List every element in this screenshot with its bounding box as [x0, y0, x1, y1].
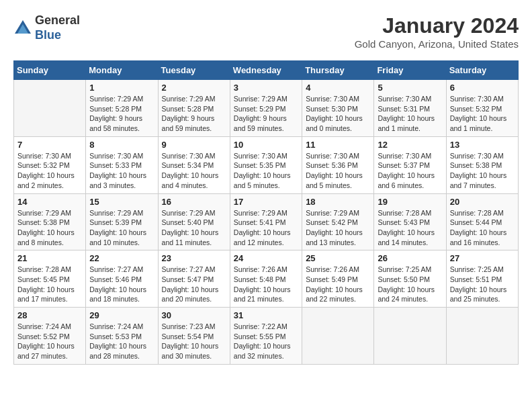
day-number: 25	[306, 253, 370, 263]
header-day-tuesday: Tuesday	[158, 61, 230, 80]
calendar-cell: 2Sunrise: 7:29 AM Sunset: 5:28 PM Daylig…	[158, 80, 230, 137]
calendar-header: SundayMondayTuesdayWednesdayThursdayFrid…	[14, 61, 519, 80]
calendar-cell: 27Sunrise: 7:25 AM Sunset: 5:51 PM Dayli…	[446, 250, 518, 308]
day-number: 16	[162, 197, 226, 207]
day-info: Sunrise: 7:28 AM Sunset: 5:45 PM Dayligh…	[17, 265, 82, 304]
day-number: 2	[162, 83, 226, 93]
calendar-cell: 9Sunrise: 7:30 AM Sunset: 5:34 PM Daylig…	[158, 136, 230, 193]
day-number: 9	[162, 140, 226, 150]
day-number: 8	[89, 140, 154, 150]
day-number: 5	[378, 83, 442, 93]
day-number: 17	[234, 197, 298, 207]
calendar-week-1: 1Sunrise: 7:29 AM Sunset: 5:28 PM Daylig…	[14, 80, 519, 137]
day-info: Sunrise: 7:29 AM Sunset: 5:38 PM Dayligh…	[17, 208, 82, 248]
day-number: 6	[450, 83, 515, 93]
day-info: Sunrise: 7:25 AM Sunset: 5:51 PM Dayligh…	[450, 265, 515, 304]
day-info: Sunrise: 7:26 AM Sunset: 5:48 PM Dayligh…	[234, 265, 298, 304]
header-day-monday: Monday	[86, 61, 158, 80]
calendar-cell: 11Sunrise: 7:30 AM Sunset: 5:36 PM Dayli…	[302, 136, 374, 193]
calendar-cell: 22Sunrise: 7:27 AM Sunset: 5:46 PM Dayli…	[86, 250, 158, 308]
day-info: Sunrise: 7:22 AM Sunset: 5:55 PM Dayligh…	[234, 322, 298, 361]
calendar-cell: 6Sunrise: 7:30 AM Sunset: 5:32 PM Daylig…	[446, 80, 518, 137]
day-number: 14	[17, 197, 82, 207]
day-info: Sunrise: 7:28 AM Sunset: 5:44 PM Dayligh…	[450, 208, 515, 248]
calendar-cell: 18Sunrise: 7:29 AM Sunset: 5:42 PM Dayli…	[302, 193, 374, 250]
calendar-cell: 17Sunrise: 7:29 AM Sunset: 5:41 PM Dayli…	[230, 193, 302, 250]
day-info: Sunrise: 7:27 AM Sunset: 5:46 PM Dayligh…	[89, 265, 154, 304]
calendar-cell: 3Sunrise: 7:29 AM Sunset: 5:29 PM Daylig…	[230, 80, 302, 137]
day-number: 23	[162, 253, 226, 263]
day-number: 19	[378, 197, 442, 207]
day-number: 4	[306, 83, 370, 93]
logo-blue-text: Blue	[35, 28, 61, 42]
calendar-cell: 1Sunrise: 7:29 AM Sunset: 5:28 PM Daylig…	[86, 80, 158, 137]
calendar-table: SundayMondayTuesdayWednesdayThursdayFrid…	[13, 60, 519, 365]
logo-general-text: General	[35, 13, 80, 27]
calendar-cell: 10Sunrise: 7:30 AM Sunset: 5:35 PM Dayli…	[230, 136, 302, 193]
day-number: 26	[378, 253, 442, 263]
calendar-cell	[446, 308, 518, 365]
day-info: Sunrise: 7:26 AM Sunset: 5:49 PM Dayligh…	[306, 265, 370, 304]
day-number: 29	[89, 310, 154, 320]
calendar-cell: 20Sunrise: 7:28 AM Sunset: 5:44 PM Dayli…	[446, 193, 518, 250]
calendar-body: 1Sunrise: 7:29 AM Sunset: 5:28 PM Daylig…	[14, 80, 519, 365]
calendar-cell: 24Sunrise: 7:26 AM Sunset: 5:48 PM Dayli…	[230, 250, 302, 308]
day-info: Sunrise: 7:30 AM Sunset: 5:32 PM Dayligh…	[17, 151, 82, 191]
calendar-cell: 8Sunrise: 7:30 AM Sunset: 5:33 PM Daylig…	[86, 136, 158, 193]
day-info: Sunrise: 7:30 AM Sunset: 5:31 PM Dayligh…	[378, 94, 442, 134]
day-number: 13	[450, 140, 515, 150]
logo-icon	[13, 19, 32, 38]
day-number: 3	[234, 83, 298, 93]
calendar-cell: 15Sunrise: 7:29 AM Sunset: 5:39 PM Dayli…	[86, 193, 158, 250]
day-number: 7	[17, 140, 82, 150]
header-day-friday: Friday	[374, 61, 446, 80]
logo-text: General Blue	[35, 13, 80, 42]
day-info: Sunrise: 7:30 AM Sunset: 5:36 PM Dayligh…	[306, 151, 370, 191]
calendar-cell	[374, 308, 446, 365]
calendar-cell: 26Sunrise: 7:25 AM Sunset: 5:50 PM Dayli…	[374, 250, 446, 308]
calendar-cell: 4Sunrise: 7:30 AM Sunset: 5:30 PM Daylig…	[302, 80, 374, 137]
day-info: Sunrise: 7:29 AM Sunset: 5:28 PM Dayligh…	[162, 94, 226, 134]
calendar-cell: 14Sunrise: 7:29 AM Sunset: 5:38 PM Dayli…	[14, 193, 86, 250]
day-number: 31	[234, 310, 298, 320]
day-number: 10	[234, 140, 298, 150]
day-info: Sunrise: 7:30 AM Sunset: 5:38 PM Dayligh…	[450, 151, 515, 191]
calendar-cell: 7Sunrise: 7:30 AM Sunset: 5:32 PM Daylig…	[14, 136, 86, 193]
day-number: 15	[89, 197, 154, 207]
title-block: January 2024 Gold Canyon, Arizona, Unite…	[355, 13, 519, 50]
day-number: 18	[306, 197, 370, 207]
day-number: 27	[450, 253, 515, 263]
calendar-week-5: 28Sunrise: 7:24 AM Sunset: 5:52 PM Dayli…	[14, 308, 519, 365]
calendar-cell: 19Sunrise: 7:28 AM Sunset: 5:43 PM Dayli…	[374, 193, 446, 250]
calendar-week-2: 7Sunrise: 7:30 AM Sunset: 5:32 PM Daylig…	[14, 136, 519, 193]
calendar-title: January 2024	[355, 13, 519, 38]
day-info: Sunrise: 7:29 AM Sunset: 5:29 PM Dayligh…	[234, 94, 298, 134]
day-info: Sunrise: 7:30 AM Sunset: 5:34 PM Dayligh…	[162, 151, 226, 191]
calendar-cell: 13Sunrise: 7:30 AM Sunset: 5:38 PM Dayli…	[446, 136, 518, 193]
calendar-cell: 25Sunrise: 7:26 AM Sunset: 5:49 PM Dayli…	[302, 250, 374, 308]
header-day-saturday: Saturday	[446, 61, 518, 80]
day-info: Sunrise: 7:25 AM Sunset: 5:50 PM Dayligh…	[378, 265, 442, 304]
day-info: Sunrise: 7:28 AM Sunset: 5:43 PM Dayligh…	[378, 208, 442, 248]
calendar-cell: 29Sunrise: 7:24 AM Sunset: 5:53 PM Dayli…	[86, 308, 158, 365]
calendar-week-3: 14Sunrise: 7:29 AM Sunset: 5:38 PM Dayli…	[14, 193, 519, 250]
calendar-cell	[302, 308, 374, 365]
page-header: General Blue January 2024 Gold Canyon, A…	[13, 13, 519, 50]
day-info: Sunrise: 7:30 AM Sunset: 5:35 PM Dayligh…	[234, 151, 298, 191]
calendar-subtitle: Gold Canyon, Arizona, United States	[355, 38, 519, 50]
calendar-cell: 16Sunrise: 7:29 AM Sunset: 5:40 PM Dayli…	[158, 193, 230, 250]
day-info: Sunrise: 7:29 AM Sunset: 5:28 PM Dayligh…	[89, 94, 154, 134]
day-info: Sunrise: 7:27 AM Sunset: 5:47 PM Dayligh…	[162, 265, 226, 304]
calendar-cell: 21Sunrise: 7:28 AM Sunset: 5:45 PM Dayli…	[14, 250, 86, 308]
logo: General Blue	[13, 13, 80, 42]
day-number: 20	[450, 197, 515, 207]
calendar-cell: 23Sunrise: 7:27 AM Sunset: 5:47 PM Dayli…	[158, 250, 230, 308]
header-row: SundayMondayTuesdayWednesdayThursdayFrid…	[14, 61, 519, 80]
day-number: 30	[162, 310, 226, 320]
calendar-cell	[14, 80, 86, 137]
day-info: Sunrise: 7:24 AM Sunset: 5:52 PM Dayligh…	[17, 322, 82, 361]
day-info: Sunrise: 7:23 AM Sunset: 5:54 PM Dayligh…	[162, 322, 226, 361]
day-number: 28	[17, 310, 82, 320]
day-info: Sunrise: 7:24 AM Sunset: 5:53 PM Dayligh…	[89, 322, 154, 361]
day-info: Sunrise: 7:30 AM Sunset: 5:32 PM Dayligh…	[450, 94, 515, 134]
